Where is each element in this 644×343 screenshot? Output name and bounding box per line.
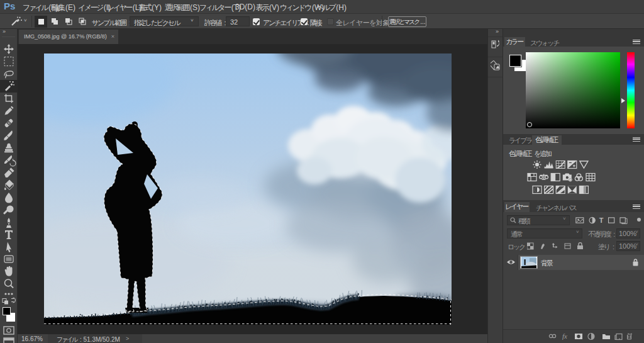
- svg-text:fx: fx: [562, 332, 567, 340]
- svg-text:T: T: [599, 216, 604, 224]
